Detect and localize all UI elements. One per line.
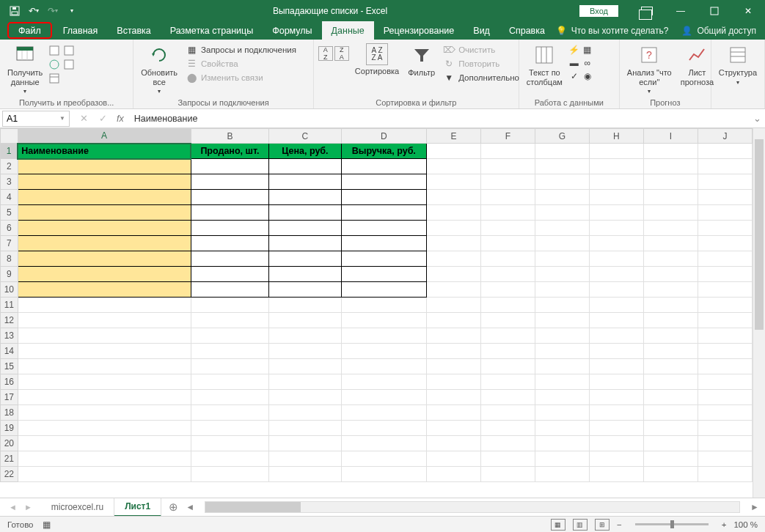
row-header[interactable]: 7 [1,236,18,251]
recent-sources-icon[interactable] [63,45,75,56]
cell[interactable] [269,421,341,436]
row-header[interactable]: 12 [1,313,18,328]
cell[interactable] [427,313,481,328]
cell[interactable] [698,174,752,190]
cell[interactable] [18,451,191,467]
cell[interactable] [589,236,643,251]
cell[interactable] [589,313,643,328]
row-header[interactable]: 1 [1,144,18,159]
cell[interactable] [191,221,269,236]
cell[interactable] [643,421,698,436]
row-header[interactable]: 9 [1,267,18,282]
cell[interactable] [269,374,341,390]
hscroll-right-icon[interactable]: ► [750,502,759,512]
undo-icon[interactable]: ↶▾ [25,2,43,20]
sort-button[interactable]: A ZZ A Сортировка [352,42,402,78]
cell[interactable] [427,344,481,359]
cell[interactable] [269,359,341,374]
cell[interactable] [480,405,535,421]
cell[interactable] [589,467,643,482]
macro-record-icon[interactable]: ▦ [43,520,51,530]
save-icon[interactable] [6,2,23,20]
row-header[interactable]: 5 [1,205,18,221]
cell[interactable] [698,344,752,359]
row-header[interactable]: 13 [1,328,18,344]
cell[interactable] [18,205,191,221]
cell[interactable] [643,344,698,359]
cell[interactable] [191,405,269,421]
tab-file[interactable]: Файл [7,22,52,39]
cell[interactable]: Продано, шт. [191,144,269,159]
cell[interactable] [535,221,589,236]
col-header[interactable]: J [698,129,752,144]
cell[interactable] [427,159,481,174]
cell[interactable] [18,267,191,282]
cell[interactable] [427,390,481,405]
cell[interactable] [191,282,269,298]
cell[interactable] [643,251,698,267]
cell[interactable] [643,405,698,421]
row-header[interactable]: 11 [1,298,18,313]
col-header[interactable]: A [18,129,191,144]
filter-button[interactable]: Фильтр [405,42,438,79]
cell[interactable] [535,451,589,467]
cell[interactable]: Наименование [18,144,191,159]
cell[interactable] [643,359,698,374]
cell[interactable] [341,251,426,267]
cell[interactable] [589,159,643,174]
hscroll-left-icon[interactable]: ◄ [186,502,194,512]
tab-review[interactable]: Рецензирование [374,21,464,40]
cell[interactable] [341,282,426,298]
cell[interactable] [191,205,269,221]
cell[interactable] [643,236,698,251]
cell[interactable] [480,313,535,328]
cell[interactable] [269,313,341,328]
cell[interactable] [427,251,481,267]
cell[interactable] [427,374,481,390]
cell[interactable] [269,159,341,174]
col-header[interactable]: G [535,129,589,144]
cell[interactable] [341,359,426,374]
row-header[interactable]: 4 [1,190,18,205]
share-button[interactable]: 👤Общий доступ [681,26,756,36]
cell[interactable] [427,236,481,251]
cell[interactable] [589,205,643,221]
cell[interactable] [698,282,752,298]
name-box[interactable]: A1▼ [2,111,70,127]
cell[interactable] [698,236,752,251]
cell[interactable] [427,282,481,298]
cell[interactable] [269,467,341,482]
cell[interactable] [643,313,698,328]
cell[interactable] [18,221,191,236]
cell[interactable] [18,390,191,405]
cell[interactable] [427,436,481,451]
horizontal-scrollbar[interactable] [205,501,740,513]
vertical-scrollbar[interactable] [753,128,765,498]
cell[interactable] [427,298,481,313]
cell[interactable] [480,221,535,236]
cell[interactable] [535,236,589,251]
cell[interactable] [18,282,191,298]
cell[interactable] [535,390,589,405]
row-header[interactable]: 20 [1,436,18,451]
consolidate-icon[interactable]: ▦ [582,44,593,56]
cell[interactable] [589,298,643,313]
cell[interactable] [698,451,752,467]
cell[interactable] [589,390,643,405]
close-button[interactable]: ✕ [731,0,765,21]
cell[interactable] [191,159,269,174]
get-data-button[interactable]: Получить данные▾ [4,42,45,96]
cell[interactable] [535,298,589,313]
row-header[interactable]: 6 [1,221,18,236]
cell[interactable] [191,390,269,405]
cell[interactable] [535,174,589,190]
cell[interactable] [643,436,698,451]
cell[interactable] [480,205,535,221]
cell[interactable] [480,390,535,405]
cell[interactable] [589,174,643,190]
cell[interactable] [269,451,341,467]
cell[interactable] [427,205,481,221]
cell[interactable] [480,344,535,359]
cell[interactable] [698,421,752,436]
tab-view[interactable]: Вид [464,21,499,40]
